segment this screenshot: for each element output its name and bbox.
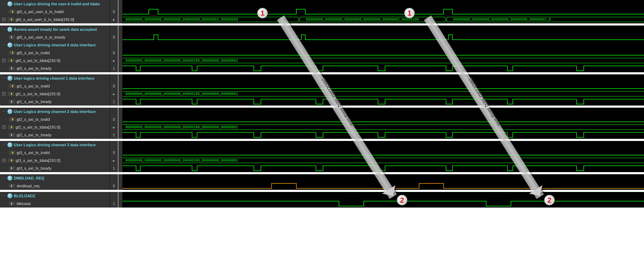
signal-name-text: dmdload_req — [17, 184, 39, 188]
signal-name-cell[interactable]: +gt2_s_axi_tx_tdata[191:0] — [0, 123, 110, 131]
waveform-cell[interactable] — [123, 115, 644, 123]
expand-icon[interactable]: + — [2, 18, 6, 21]
signal-name-cell[interactable]: ⋯gt1_s_axi_tx_tvalid — [0, 82, 110, 90]
signal-name-text: gt1_s_axi_tx_tvalid — [17, 84, 50, 88]
signal-name-cell[interactable]: ⋯gt0_s_axi_tx_tready — [0, 64, 110, 72]
arrow-out-icon — [9, 184, 15, 188]
signal-row[interactable]: ⋯blkloadz1 — [0, 200, 644, 208]
signal-name-cell[interactable]: ⋯gt2_s_axi_tx_tready — [0, 131, 110, 139]
signal-row[interactable]: ⋯gt0_s_axi_tx_tready1 — [0, 64, 644, 72]
signal-name-text: gt2_s_axi_tx_tdata[191:0] — [16, 125, 60, 129]
signal-name-text: gt0_s_axi_user_k_tx_tvalid — [17, 10, 64, 14]
signal-row[interactable]: ⋯gt2_s_axi_tx_tvalid0 — [0, 115, 644, 123]
group-header-row[interactable]: ⋯User logics driving channel 1 data inte… — [0, 74, 644, 82]
signal-name-cell[interactable]: ⋯gt0_s_axi_user_k_tx_tvalid — [0, 8, 110, 16]
signal-value-cell: 0 — [110, 149, 118, 157]
signal-row[interactable]: ⋯gt1_s_axi_tx_tready1 — [0, 98, 644, 106]
waveform-cell[interactable] — [123, 33, 644, 41]
signal-name-text: gt0_s_axi_tx_tdata[191:0] — [16, 58, 60, 63]
expand-icon[interactable]: + — [2, 59, 6, 62]
waveform-cell[interactable] — [123, 64, 644, 72]
group-header-label[interactable]: ⋯User Logics driving the user-k tvalid a… — [0, 0, 110, 8]
signal-row[interactable]: ⋯gt0_s_axi_user_k_tx_tready0 — [0, 33, 644, 41]
waveform-cell[interactable] — [123, 131, 644, 139]
arrow-out-icon — [9, 202, 15, 206]
waveform-cell[interactable]: 00000000_00000000_00000000_00000100_0000… — [123, 157, 644, 164]
signal-name-text: gt3_s_axi_tx_tvalid — [17, 151, 50, 155]
signal-name-cell[interactable]: +gt0_s_axi_user_k_tx_tdata[191:0] — [0, 16, 110, 23]
group-header-label[interactable]: ⋯User Logics driving channel 0 data inte… — [0, 41, 110, 49]
comment-icon-icon — [7, 176, 12, 181]
group-header-row[interactable]: ⋯User Logics driving the user-k tvalid a… — [0, 0, 644, 8]
waveform-cell[interactable] — [123, 49, 644, 57]
signal-name-cell[interactable]: ⋯gt2_s_axi_tx_tvalid — [0, 115, 110, 123]
signal-name-cell[interactable]: ⋯gt0_s_axi_tx_tvalid — [0, 49, 110, 57]
group-header-label[interactable]: ⋯User Logics driving channel 3 data inte… — [0, 141, 110, 149]
waveform-cell[interactable] — [123, 182, 644, 190]
waveform-cell[interactable] — [123, 200, 644, 208]
arrow-out-icon — [9, 133, 15, 137]
comment-icon-icon — [7, 27, 12, 32]
waveform-cell[interactable] — [123, 149, 644, 157]
signal-row[interactable]: +gt0_s_axi_user_k_tx_tdata[191:0]▸000000… — [0, 16, 644, 23]
group-header-label[interactable]: ⋯User logics driving channel 1 data inte… — [0, 74, 110, 82]
signal-row[interactable]: ⋯dmdload_req0 — [0, 182, 644, 190]
signal-name-cell[interactable]: +gt1_s_axi_tx_tdata[191:0] — [0, 90, 110, 98]
group-header-row[interactable]: ⋯User Logics driving channel 0 data inte… — [0, 41, 644, 49]
waveform-cell[interactable] — [123, 98, 644, 106]
signal-row[interactable]: ⋯gt0_s_axi_user_k_tx_tvalid0 — [0, 8, 644, 16]
signal-name-text: gt2_s_axi_tx_tready — [17, 133, 51, 137]
signal-row[interactable]: ⋯gt1_s_axi_tx_tvalid0 — [0, 82, 644, 90]
group-header-label[interactable]: ⋯DMDLOAD_REQ — [0, 174, 110, 182]
group-header-row[interactable]: ⋯User Logics driving channel 2 data inte… — [0, 108, 644, 115]
signal-row[interactable]: ⋯gt3_s_axi_tx_tvalid0 — [0, 149, 644, 157]
bus-value-label: 00000000_00000000_00000000_00000100_0000… — [125, 159, 238, 163]
waveform-cell[interactable] — [123, 164, 644, 172]
signal-row[interactable]: +gt2_s_axi_tx_tdata[191:0]▸00000000_0000… — [0, 123, 644, 131]
bus-value-label: 00000000_00000000_00000000_00000000_0000… — [125, 18, 238, 22]
signal-name-cell[interactable]: ⋯gt3_s_axi_tx_tvalid — [0, 149, 110, 157]
arrow-out-icon — [9, 66, 15, 70]
waveform-cell[interactable] — [123, 8, 644, 16]
arrow-in-icon — [9, 84, 15, 88]
signal-name-cell[interactable]: ⋯blkloadz — [0, 200, 110, 208]
group-header-row[interactable]: ⋯Aurora assert tready for userk data acc… — [0, 25, 644, 33]
group-header-row[interactable]: ⋯BLKLOADZ — [0, 192, 644, 200]
signal-name-text: gt0_s_axi_tx_tready — [17, 66, 51, 70]
arrow-in-icon — [9, 51, 15, 55]
signal-row[interactable]: ⋯gt2_s_axi_tx_tready1 — [0, 131, 644, 139]
signal-row[interactable]: +gt1_s_axi_tx_tdata[191:0]▸00000000_0000… — [0, 90, 644, 98]
expand-icon[interactable]: + — [2, 159, 6, 162]
expand-icon[interactable]: + — [2, 125, 6, 129]
signal-name-cell[interactable]: ⋯gt0_s_axi_user_k_tx_tready — [0, 33, 110, 41]
signal-value-cell: 0 — [110, 115, 118, 123]
waveform-cell[interactable] — [123, 82, 644, 90]
signal-name-cell[interactable]: ⋯gt1_s_axi_tx_tready — [0, 98, 110, 106]
waveform-cell[interactable]: 00000000_00000000_00000000_00000000_0000… — [123, 16, 644, 23]
signal-name-cell[interactable]: +gt3_s_axi_tx_tdata[191:0] — [0, 157, 110, 164]
group-header-label[interactable]: ⋯BLKLOADZ — [0, 192, 110, 200]
comment-icon-icon — [7, 193, 12, 198]
group-header-label[interactable]: ⋯User Logics driving channel 2 data inte… — [0, 108, 110, 115]
bus-value-label: 00000000_00000000_00000000_00000100_0000… — [125, 59, 238, 63]
arrow-in-icon — [8, 58, 14, 63]
waveform-cell[interactable]: 00000000_00000000_00000000_00000100_0000… — [123, 90, 644, 98]
comment-icon-icon — [7, 109, 12, 114]
signal-value-cell: ▸ — [110, 157, 118, 164]
signal-name-cell[interactable]: ⋯dmdload_req — [0, 182, 110, 190]
signal-row[interactable]: ⋯gt0_s_axi_tx_tvalid0 — [0, 49, 644, 57]
signal-value-cell: ▸ — [110, 57, 118, 64]
signal-row[interactable]: +gt0_s_axi_tx_tdata[191:0]▸00000000_0000… — [0, 57, 644, 64]
waveform-cell[interactable]: 00000000_00000000_00000000_00000100_0000… — [123, 123, 644, 131]
group-header-row[interactable]: ⋯User Logics driving channel 3 data inte… — [0, 141, 644, 149]
expand-icon[interactable]: + — [2, 92, 6, 96]
signal-name-cell[interactable]: ⋯gt3_s_axi_tx_tready — [0, 164, 110, 172]
group-header-label[interactable]: ⋯Aurora assert tready for userk data acc… — [0, 25, 110, 33]
signal-name-cell[interactable]: +gt0_s_axi_tx_tdata[191:0] — [0, 57, 110, 64]
signal-row[interactable]: ⋯gt3_s_axi_tx_tready1 — [0, 164, 644, 172]
arrow-out-icon — [9, 166, 15, 170]
signal-row[interactable]: +gt3_s_axi_tx_tdata[191:0]▸00000000_0000… — [0, 157, 644, 164]
waveform-cell[interactable]: 00000000_00000000_00000000_00000100_0000… — [123, 57, 644, 64]
arrow-in-icon — [9, 10, 15, 14]
group-header-row[interactable]: ⋯DMDLOAD_REQ — [0, 174, 644, 182]
